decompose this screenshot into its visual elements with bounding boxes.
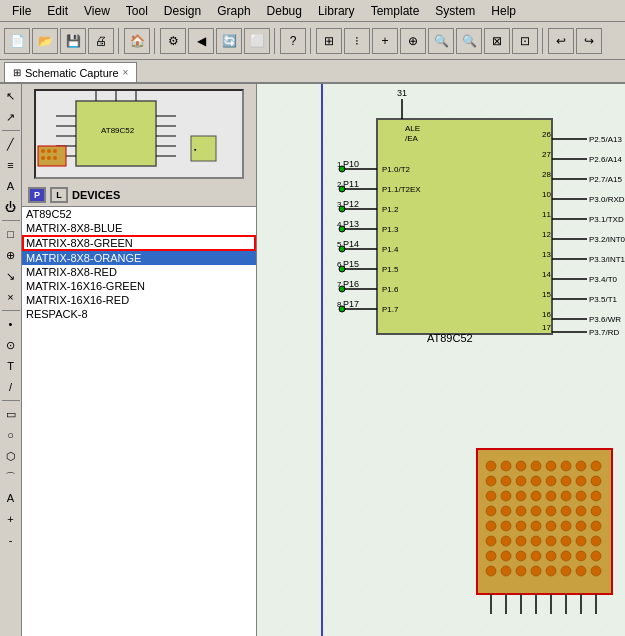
wire-tool[interactable]: ⊕ [1,245,21,265]
device-item-matrix-8x8-red[interactable]: MATRIX-8X8-RED [22,265,256,279]
svg-text:P1.7: P1.7 [382,305,399,314]
rect-tool[interactable]: ▭ [1,404,21,424]
rotate-toolbar-btn[interactable]: 🔄 [216,28,242,54]
new-toolbar-btn[interactable]: 📄 [4,28,30,54]
menu-item-library[interactable]: Library [310,2,363,20]
svg-text:P1.2: P1.2 [382,205,399,214]
menu-item-design[interactable]: Design [156,2,209,20]
pointer-tool[interactable]: ↗ [1,107,21,127]
bus-entry-tool[interactable]: ↘ [1,266,21,286]
arc-tool[interactable]: ⌒ [1,467,21,487]
zoomfull-toolbar-btn[interactable]: ⊡ [512,28,538,54]
zoomfit-toolbar-btn[interactable]: ⊠ [484,28,510,54]
mode-l-button[interactable]: L [50,187,68,203]
svg-text:5: 5 [337,240,342,249]
device-item-matrix-8x8-blue[interactable]: MATRIX-8X8-BLUE [22,221,256,235]
svg-point-153 [501,551,511,561]
print-toolbar-btn[interactable]: 🖨 [88,28,114,54]
dots-toolbar-btn[interactable]: ⁝ [344,28,370,54]
zoomin-toolbar-btn[interactable]: 🔍 [428,28,454,54]
save-toolbar-btn[interactable]: 💾 [60,28,86,54]
mirror-toolbar-btn[interactable]: ⬜ [244,28,270,54]
toolbar-separator [310,28,312,54]
svg-point-146 [516,536,526,546]
svg-text:31: 31 [397,88,407,98]
svg-point-125 [561,491,571,501]
polygon-tool[interactable]: ⬡ [1,446,21,466]
text-tool[interactable]: T [1,356,21,376]
power-tool[interactable]: ⏻ [1,197,21,217]
svg-point-133 [561,506,571,516]
svg-point-123 [531,491,541,501]
logo-tool[interactable]: A [1,488,21,508]
zoom-out-tool[interactable]: - [1,530,21,550]
svg-text:P1.1/T2EX: P1.1/T2EX [382,185,421,194]
svg-point-115 [531,476,541,486]
grid-toolbar-btn[interactable]: ⊞ [316,28,342,54]
component-tool[interactable]: □ [1,224,21,244]
svg-point-127 [591,491,601,501]
schematic-tab[interactable]: ⊞ Schematic Capture × [4,62,137,82]
svg-point-108 [546,461,556,471]
select-tool[interactable]: ↖ [1,86,21,106]
schematic-canvas[interactable]: AT89C52 31 ALE /EA P10 P1.0/T2 1 P11 P1.… [257,84,625,636]
probe-tool[interactable]: ⊙ [1,335,21,355]
ic-body [377,119,552,334]
zoom-in-tool[interactable]: + [1,509,21,529]
svg-point-114 [516,476,526,486]
svg-text:P3.0/RXD: P3.0/RXD [589,195,625,204]
menu-item-system[interactable]: System [427,2,483,20]
line2-tool[interactable]: / [1,377,21,397]
help-toolbar-btn[interactable]: ? [280,28,306,54]
menu-item-view[interactable]: View [76,2,118,20]
left-panel: AT89C52 ▪ P L DEVICES [22,84,257,636]
circle-tool[interactable]: ○ [1,425,21,445]
device-item-matrix-8x8-orange[interactable]: MATRIX-8X8-ORANGE [22,251,256,265]
svg-point-17 [47,149,51,153]
svg-text:P3.1/TXD: P3.1/TXD [589,215,624,224]
svg-text:14: 14 [542,270,551,279]
svg-point-129 [501,506,511,516]
svg-point-106 [516,461,526,471]
label-tool[interactable]: A [1,176,21,196]
redo-toolbar-btn[interactable]: ↪ [576,28,602,54]
open-toolbar-btn[interactable]: 📂 [32,28,58,54]
no-connect-tool[interactable]: × [1,287,21,307]
home-toolbar-btn[interactable]: 🏠 [124,28,150,54]
svg-point-113 [501,476,511,486]
svg-text:P1.3: P1.3 [382,225,399,234]
device-item-respack-8[interactable]: RESPACK-8 [22,307,256,321]
svg-point-131 [531,506,541,516]
menu-item-edit[interactable]: Edit [39,2,76,20]
menu-item-debug[interactable]: Debug [259,2,310,20]
svg-point-104 [486,461,496,471]
svg-point-105 [501,461,511,471]
svg-point-155 [531,551,541,561]
svg-text:P11: P11 [343,179,359,189]
schematic-tab-close[interactable]: × [123,67,129,78]
svg-point-19 [41,156,45,160]
junction-tool[interactable]: • [1,314,21,334]
wire-toolbar-btn[interactable]: ⊕ [400,28,426,54]
device-item-matrix-8x8-green[interactable]: MATRIX-8X8-GREEN [22,235,256,251]
zoomout-toolbar-btn[interactable]: 🔍 [456,28,482,54]
svg-point-163 [531,566,541,576]
plus-toolbar-btn[interactable]: + [372,28,398,54]
device-item-at89c52[interactable]: AT89C52 [22,207,256,221]
svg-point-137 [501,521,511,531]
menu-item-template[interactable]: Template [363,2,428,20]
device-item-matrix-16x16-red[interactable]: MATRIX-16X16-RED [22,293,256,307]
mode-p-button[interactable]: P [28,187,46,203]
left-toolbar-btn[interactable]: ◀ [188,28,214,54]
svg-point-138 [516,521,526,531]
bus-tool[interactable]: ≡ [1,155,21,175]
menu-item-graph[interactable]: Graph [209,2,258,20]
menu-item-tool[interactable]: Tool [118,2,156,20]
undo-toolbar-btn[interactable]: ↩ [548,28,574,54]
line-tool[interactable]: ╱ [1,134,21,154]
component-toolbar-btn[interactable]: ⚙ [160,28,186,54]
svg-point-143 [591,521,601,531]
menu-item-help[interactable]: Help [483,2,524,20]
menu-item-file[interactable]: File [4,2,39,20]
device-item-matrix-16x16-green[interactable]: MATRIX-16X16-GREEN [22,279,256,293]
